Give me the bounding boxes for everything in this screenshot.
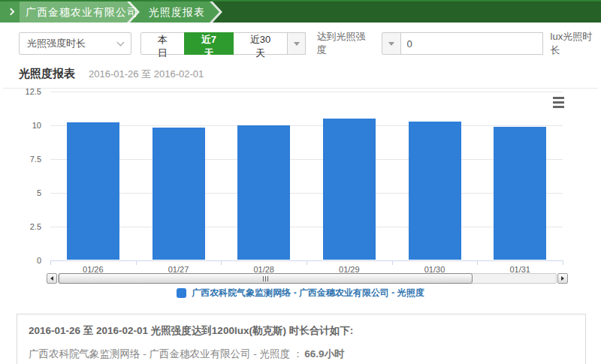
- x-axis-tick: [50, 260, 51, 265]
- chart-legend[interactable]: 广西农科院气象监测网络 - 广西金穗农业有限公司 - 光照度: [3, 287, 598, 299]
- legend-series-label: 广西农科院气象监测网络 - 广西金穗农业有限公司 - 光照度: [192, 287, 424, 299]
- x-axis-tick: [307, 260, 307, 265]
- filter-toolbar: 光照强度时长 本日 近7天 近30天 达到光照强度 lux光照时长: [19, 32, 601, 55]
- summary-heading: 2016-01-26 至 2016-02-01 光照强度达到1200lux(勒克…: [29, 324, 574, 338]
- chart-bar[interactable]: [494, 127, 546, 260]
- scrollbar-grip-icon: [263, 276, 264, 281]
- x-axis-tick: [477, 260, 478, 265]
- summary-panel: 2016-01-26 至 2016-02-01 光照强度达到1200lux(勒克…: [17, 314, 586, 364]
- chart-scrollbar: [3, 273, 598, 284]
- y-axis-tick-label: 5: [3, 187, 41, 199]
- range-7days-button[interactable]: 近7天: [184, 32, 234, 55]
- breadcrumb-company-label[interactable]: 广西金穗农业有限公司: [26, 2, 138, 23]
- unit-label: lux光照时长: [551, 30, 601, 57]
- x-axis-tick-label: 01/26: [59, 265, 127, 274]
- arrow-right-icon: [561, 276, 564, 281]
- x-axis-tick-label: 01/29: [316, 265, 383, 274]
- hamburger-icon: [553, 101, 564, 104]
- report-header: 光照度报表 2016-01-26 至 2016-02-01: [19, 67, 601, 81]
- breadcrumb-report-label[interactable]: 光照度报表: [149, 2, 205, 23]
- x-axis-tick: [136, 260, 137, 265]
- scrollbar-thumb[interactable]: [59, 273, 473, 284]
- x-axis-tick-label: 01/30: [401, 265, 469, 274]
- x-axis-tick: [221, 260, 222, 265]
- range-today-button[interactable]: 本日: [140, 32, 185, 55]
- legend-swatch-icon: [177, 288, 186, 298]
- y-gridline: [50, 92, 563, 92]
- y-axis-tick-label: 0: [3, 254, 41, 266]
- hamburger-icon: [553, 97, 564, 99]
- x-axis-tick-label: 01/27: [145, 265, 213, 274]
- y-gridline: [50, 193, 563, 194]
- chart-bar[interactable]: [237, 125, 290, 260]
- x-axis-tick-label: 01/31: [486, 265, 554, 274]
- threshold-dropdown-button[interactable]: [382, 32, 401, 55]
- threshold-input[interactable]: [400, 32, 543, 55]
- range-more-dropdown-button[interactable]: [287, 32, 306, 55]
- y-axis-tick-label: 10: [3, 119, 41, 131]
- scrollbar-right-button[interactable]: [557, 273, 568, 284]
- chevron-down-icon: [116, 38, 124, 46]
- x-axis-tick: [392, 260, 393, 265]
- y-axis-tick-label: 7.5: [3, 153, 41, 165]
- x-axis-tick-label: 01/28: [230, 265, 297, 274]
- y-axis-tick-label: 12.5: [3, 88, 41, 98]
- hamburger-icon: [553, 106, 564, 108]
- summary-row-label: 广西农科院气象监测网络 - 广西金穗农业有限公司 - 光照度 ：: [29, 348, 303, 359]
- scrollbar-grip-icon: [265, 276, 266, 281]
- report-date-range: 2016-01-26 至 2016-02-01: [89, 68, 204, 81]
- scrollbar-grip-icon: [267, 276, 268, 281]
- scrollbar-left-button[interactable]: [47, 273, 57, 284]
- chart-bar[interactable]: [67, 122, 119, 260]
- y-gridline: [50, 125, 563, 126]
- date-range-button-group: 本日 近7天 近30天: [140, 32, 307, 55]
- caret-down-icon: [294, 42, 300, 46]
- summary-row-value: 66.9小时: [304, 348, 344, 359]
- light-intensity-chart: 02.557.51012.501/2601/2701/2801/2901/300…: [3, 88, 598, 305]
- arrow-left-icon: [50, 276, 53, 281]
- range-30days-button[interactable]: 近30天: [233, 32, 288, 55]
- chart-bar[interactable]: [409, 122, 461, 260]
- report-type-selected-value: 光照强度时长: [27, 37, 86, 50]
- chart-export-menu-button[interactable]: [549, 95, 567, 110]
- breadcrumb: 广西金穗农业有限公司 光照度报表: [0, 0, 601, 23]
- y-gridline: [50, 159, 563, 160]
- page-title: 光照度报表: [19, 67, 75, 81]
- y-axis-tick-label: 2.5: [3, 221, 41, 233]
- y-gridline: [50, 227, 563, 227]
- chart-bar[interactable]: [323, 119, 376, 260]
- threshold-label: 达到光照强度: [316, 30, 374, 57]
- summary-row: 广西农科院气象监测网络 - 广西金穗农业有限公司 - 光照度 ：66.9小时: [29, 347, 574, 361]
- chart-bar[interactable]: [153, 128, 205, 260]
- report-type-select[interactable]: 光照强度时长: [19, 32, 131, 55]
- x-axis-tick: [563, 260, 563, 265]
- caret-down-icon: [388, 42, 394, 46]
